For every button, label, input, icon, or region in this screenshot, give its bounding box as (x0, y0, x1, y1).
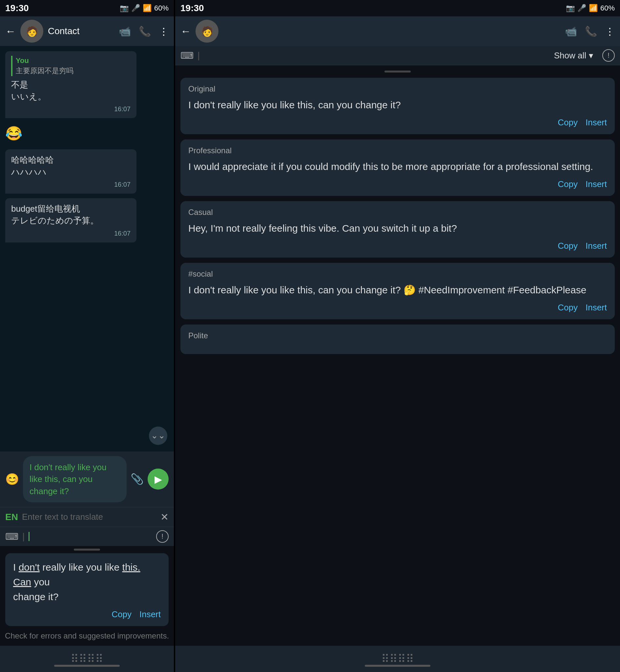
right-more-icon[interactable]: ⋮ (605, 25, 615, 37)
message-bubble-1: You 主要原因不是穷吗 不是いいえ。 16:07 (5, 51, 137, 118)
send-icon: ▶ (155, 473, 162, 485)
suggestion-label-social: #social (188, 269, 607, 278)
right-battery-icon: 60% (600, 4, 615, 12)
right-header-actions: 📹 📞 ⋮ (565, 25, 615, 37)
insert-button[interactable]: Insert (140, 609, 161, 620)
video-call-icon[interactable]: 📹 (119, 25, 131, 37)
copy-button-casual[interactable]: Copy (558, 241, 578, 251)
copy-button-social[interactable]: Copy (558, 303, 578, 313)
suggestion-actions-social: Copy Insert (188, 303, 607, 313)
right-phone-icon[interactable]: 📞 (585, 25, 597, 37)
suggestion-text-social: I don't really like you like this, can y… (188, 282, 607, 297)
right-mic-icon: 🎤 (577, 4, 586, 12)
right-video-call-icon[interactable]: 📹 (565, 25, 577, 37)
compose-area: 😊 I don't really like you like this, can… (0, 452, 174, 507)
suggestions-area: Original I don't really like you like th… (175, 65, 620, 646)
translate-input[interactable]: Enter text to translate (22, 512, 156, 522)
suggestion-text-professional: I would appreciate it if you could modif… (188, 159, 607, 174)
insert-button-original[interactable]: Insert (585, 117, 607, 127)
right-avatar: 🧑 (196, 20, 218, 43)
keyboard-nav-icon[interactable]: ⠿⠿⠿⠿ (70, 652, 103, 665)
copy-button-original[interactable]: Copy (558, 117, 578, 127)
info-icon[interactable]: ! (156, 530, 169, 543)
translate-close-button[interactable]: ✕ (160, 511, 169, 523)
text-cursor (29, 532, 30, 541)
right-info-icon[interactable]: ! (602, 49, 615, 62)
right-separator: | (198, 50, 200, 61)
right-drag-handle[interactable] (384, 70, 411, 72)
right-keyboard-nav-icon[interactable]: ⠿⠿⠿⠿ (381, 652, 414, 665)
back-button[interactable]: ← (5, 25, 16, 37)
message-time-2: 16:07 (11, 180, 131, 189)
suggestion-card-original: Original I don't really like you like th… (180, 78, 615, 134)
chevron-down-icon: ⌄⌄ (151, 430, 165, 441)
suggestion-text-casual: Hey, I'm not really feeling this vibe. C… (188, 221, 607, 236)
suggestion-label-casual: Casual (188, 208, 607, 217)
suggestion-actions-professional: Copy Insert (188, 179, 607, 189)
message-text-2: 哈哈哈哈哈ハハハハ (11, 154, 131, 178)
left-panel: 19:30 📷 🎤 📶 60% ← 🧑 Contact 📹 📞 ⋮ You 主要… (0, 0, 174, 672)
message-bubble-2: 哈哈哈哈哈ハハハハ 16:07 (5, 149, 137, 194)
show-all-button[interactable]: Show all ▾ (554, 51, 593, 61)
chevron-down-icon: ▾ (589, 51, 593, 61)
message-text-3: budget留给电视机テレビのための予算。 (11, 203, 131, 227)
underline-dont: don't (19, 562, 40, 573)
rewrite-card: I don't really like you like this. Can y… (5, 553, 169, 626)
right-ai-toolbar: ⌨ | Show all ▾ ! (175, 46, 620, 65)
insert-button-social[interactable]: Insert (585, 303, 607, 313)
suggestion-label-original: Original (188, 84, 607, 94)
rewrite-actions: Copy Insert (13, 609, 161, 620)
translate-lang: EN (5, 512, 18, 522)
scroll-down-button[interactable]: ⌄⌄ (149, 426, 167, 445)
avatar: 🧑 (20, 20, 43, 43)
right-bottom-bar: ⠿⠿⠿⠿ (175, 646, 620, 672)
right-back-button[interactable]: ← (180, 25, 191, 37)
emoji-button[interactable]: 😊 (5, 472, 19, 485)
home-indicator (54, 665, 120, 667)
phone-icon[interactable]: 📞 (139, 25, 151, 37)
camera-icon: 📷 (120, 4, 128, 12)
compose-input[interactable]: I don't really like you like this, can y… (23, 456, 126, 502)
keyboard-icon: ⌨ (5, 531, 18, 542)
message-time-3: 16:07 (11, 229, 131, 238)
chat-area: You 主要原因不是穷吗 不是いいえ。 16:07 😂 哈哈哈哈哈ハハハハ 16… (0, 46, 174, 452)
right-chat-header: ← 🧑 📹 📞 ⋮ (175, 16, 620, 46)
right-keyboard-icon: ⌨ (180, 50, 194, 61)
rewrite-text: I don't really like you like this. Can y… (13, 560, 161, 604)
suggestion-label-polite: Polite (188, 331, 607, 340)
message-time-1: 16:07 (11, 104, 131, 113)
mic-icon: 🎤 (131, 4, 140, 12)
quote-name: You (16, 56, 131, 66)
insert-button-casual[interactable]: Insert (585, 241, 607, 251)
drag-handle[interactable] (74, 549, 100, 551)
battery-icon: 60% (154, 4, 169, 12)
message-quote: You 主要原因不是穷吗 (11, 56, 131, 76)
left-chat-header: ← 🧑 Contact 📹 📞 ⋮ (0, 16, 174, 46)
contact-name: Contact (48, 26, 114, 37)
left-ai-toolbar: ⌨ | ! (0, 527, 174, 546)
right-time: 19:30 (180, 3, 204, 13)
signal-icon: 📶 (143, 4, 152, 12)
right-signal-icon: 📶 (589, 4, 598, 12)
right-status-bar: 19:30 📷 🎤 📶 60% (175, 0, 620, 16)
insert-button-professional[interactable]: Insert (585, 179, 607, 189)
copy-button-professional[interactable]: Copy (558, 179, 578, 189)
right-panel: 19:30 📷 🎤 📶 60% ← 🧑 📹 📞 ⋮ ⌨ | Show all ▾… (175, 0, 620, 672)
left-status-icons: 📷 🎤 📶 60% (120, 4, 169, 12)
send-button[interactable]: ▶ (148, 469, 169, 489)
message-text-1: 不是いいえ。 (11, 79, 131, 103)
copy-button[interactable]: Copy (111, 609, 132, 620)
suggestion-label-professional: Professional (188, 146, 607, 155)
right-home-indicator (365, 665, 430, 667)
right-camera-icon: 📷 (566, 4, 575, 12)
separator: | (22, 531, 24, 542)
emoji-icon: 😂 (5, 126, 22, 141)
left-time: 19:30 (5, 3, 29, 13)
suggestion-card-casual: Casual Hey, I'm not really feeling this … (180, 201, 615, 258)
suggestion-text-original: I don't really like you like this, can y… (188, 97, 607, 112)
more-icon[interactable]: ⋮ (159, 25, 169, 37)
underline-this: this. (122, 562, 140, 573)
emoji-message: 😂 (5, 123, 137, 145)
suggestion-card-social: #social I don't really like you like thi… (180, 263, 615, 319)
attach-button[interactable]: 📎 (131, 473, 144, 485)
